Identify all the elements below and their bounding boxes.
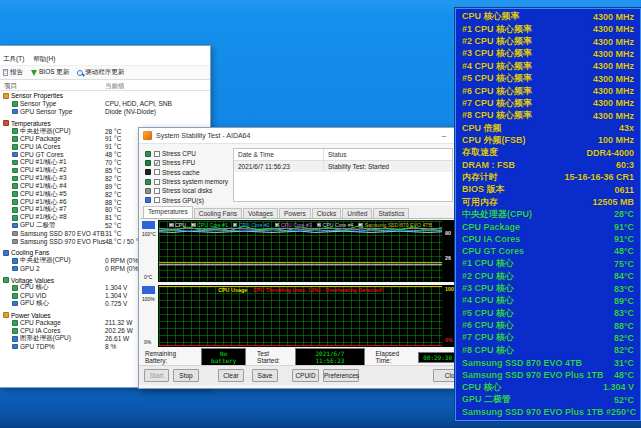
panel-value: 83°C bbox=[614, 284, 634, 294]
tab-temperatures[interactable]: Temperatures bbox=[143, 206, 193, 218]
tree-value: 91 °C bbox=[105, 135, 121, 142]
panel-label: Samsung SSD 870 EVO 4TB bbox=[462, 358, 582, 368]
checkbox[interactable] bbox=[154, 169, 160, 175]
tab-powers[interactable]: Powers bbox=[279, 208, 311, 218]
panel-row: CPU 倍频43x bbox=[462, 122, 634, 134]
panel-label: #3 CPU 核心 bbox=[462, 282, 514, 295]
panel-value: 75°C bbox=[614, 259, 634, 269]
tree-label: Power Values bbox=[11, 312, 51, 319]
legend-checkbox[interactable]: ✓ bbox=[275, 223, 280, 228]
legend-checkbox[interactable]: ✓ bbox=[191, 223, 196, 228]
tree-value: 89 °C bbox=[105, 183, 121, 190]
panel-label: #6 CPU 核心频率 bbox=[462, 85, 532, 98]
panel-label: #5 CPU 核心频率 bbox=[462, 72, 532, 85]
current-value-label: 0% bbox=[445, 337, 453, 343]
cpuid-button[interactable]: CPUID bbox=[292, 369, 319, 382]
tree-item[interactable]: Sensor TypeCPU, HDD, ACPI, SNB bbox=[0, 100, 210, 108]
tree-item[interactable]: GPU Sensor TypeDiode (NV-Diode) bbox=[0, 108, 210, 116]
title-bar[interactable]: System Stability Test - AIDA64 – ▢ bbox=[139, 128, 469, 144]
tree-value: 28 °C bbox=[105, 128, 121, 135]
stress-option[interactable]: Stress system memory bbox=[145, 177, 231, 186]
series-cpu-core-3 bbox=[159, 228, 442, 229]
status-lcd-value: 00:29:30 bbox=[418, 352, 456, 363]
panel-row: Samsung SSD 870 EVO 4TB31°C bbox=[462, 357, 634, 369]
tab-voltages[interactable]: Voltages bbox=[243, 208, 278, 218]
toolbar-button-bios-update[interactable]: BIOS 更新 bbox=[31, 68, 69, 77]
tree-value: 1.304 V bbox=[105, 292, 127, 299]
panel-label: #5 CPU 核心 bbox=[462, 307, 514, 320]
panel-row: 存取速度DDR4-4000 bbox=[462, 147, 634, 159]
toolbar-button-driver-update[interactable]: 驱动程序更新 bbox=[77, 68, 124, 77]
legend-label: CPU Core #3 bbox=[281, 222, 312, 228]
legend-item[interactable]: ✓CPU Core #4 bbox=[317, 222, 354, 228]
panel-row: #5 CPU 核心频率4300 MHz bbox=[462, 73, 634, 85]
legend-item[interactable]: ✓CPU Core #1 bbox=[191, 222, 228, 228]
checkbox[interactable] bbox=[154, 151, 160, 157]
legend-item[interactable]: ✓CPU Core #3 bbox=[275, 222, 312, 228]
panel-value: 91°C bbox=[614, 222, 634, 232]
panel-row: DRAM : FSB60:3 bbox=[462, 159, 634, 171]
stress-type-icon bbox=[145, 179, 151, 185]
panel-label: #6 CPU 核心 bbox=[462, 319, 514, 332]
usage-plot-area: CPU Usage ↓ CPU Throttling (max. 12%) - … bbox=[158, 285, 443, 347]
panel-label: CPU 核心频率 bbox=[462, 10, 520, 23]
checkbox[interactable] bbox=[154, 188, 160, 194]
toolbar-label: 驱动程序更新 bbox=[85, 68, 124, 77]
legend-checkbox[interactable]: ✓ bbox=[169, 223, 174, 228]
tab-unified[interactable]: Unified bbox=[342, 208, 372, 218]
tab-cooling-fans[interactable]: Cooling Fans bbox=[194, 208, 242, 218]
legend-item[interactable]: ✓CPU Core #2 bbox=[233, 222, 270, 228]
stress-option[interactable]: ✓Stress FPU bbox=[145, 158, 231, 167]
panel-label: #2 CPU 核心频率 bbox=[462, 35, 532, 48]
legend-checkbox[interactable]: ✓ bbox=[317, 223, 322, 228]
panel-label: #8 CPU 核心频率 bbox=[462, 109, 532, 122]
preferences-button[interactable]: Preferences bbox=[323, 369, 359, 382]
panel-row: #1 CPU 核心75°C bbox=[462, 258, 634, 270]
panel-row: CPU 核心1.304 V bbox=[462, 381, 634, 393]
log-row[interactable]: 2021/6/7 11:56:23 Stability Test: Starte… bbox=[234, 161, 452, 172]
tab-clocks[interactable]: Clocks bbox=[312, 208, 342, 218]
panel-row: BIOS 版本0611 bbox=[462, 184, 634, 196]
panel-row: CPU 核心频率4300 MHz bbox=[462, 11, 634, 23]
menu-item[interactable]: 工具(T) bbox=[3, 55, 24, 64]
temperature-chart: 100°C 0°C ✓CPU✓CPU Core #1✓CPU Core #2✓C… bbox=[141, 220, 467, 282]
tab-statistics[interactable]: Statistics bbox=[373, 208, 409, 218]
panel-value: 89°C bbox=[614, 296, 634, 306]
save-button[interactable]: Save bbox=[252, 369, 278, 382]
tree-value: 8 % bbox=[105, 343, 116, 350]
tree-value: 202.26 W bbox=[105, 327, 133, 334]
tree-section[interactable]: Sensor Properties bbox=[0, 92, 210, 100]
stop-button[interactable]: Stop bbox=[173, 369, 199, 382]
panel-row: 内存计时15-16-16-36 CR1 bbox=[462, 171, 634, 183]
item-icon bbox=[12, 109, 18, 115]
legend-item[interactable]: ✓CPU bbox=[169, 222, 186, 228]
item-icon bbox=[12, 239, 18, 245]
status-label: Remaining Battery: bbox=[145, 350, 198, 364]
tree-value: 70 °C bbox=[105, 159, 121, 166]
tree-label: CPU IA Cores bbox=[20, 143, 60, 150]
checkbox[interactable] bbox=[154, 179, 160, 185]
stress-option[interactable]: Stress cache bbox=[145, 168, 231, 177]
panel-value: 12505 MB bbox=[592, 197, 634, 207]
tree-value: 80 °C bbox=[105, 206, 121, 213]
panel-value: 88°C bbox=[614, 321, 634, 331]
legend-checkbox[interactable]: ✓ bbox=[358, 223, 363, 228]
panel-row: GPU 二极管52°C bbox=[462, 394, 634, 406]
legend-item[interactable]: ✓Samsung SSD 870 EVO 4TB bbox=[358, 222, 431, 228]
stability-test-window: System Stability Test - AIDA64 – ▢ Stres… bbox=[138, 127, 470, 389]
checkbox[interactable] bbox=[154, 197, 160, 203]
legend-checkbox[interactable]: ✓ bbox=[233, 223, 238, 228]
clear-button[interactable]: Clear bbox=[218, 369, 244, 382]
stress-label: Stress local disks bbox=[162, 187, 212, 194]
checkbox[interactable]: ✓ bbox=[154, 160, 160, 166]
status-lcd-value: No battery bbox=[201, 348, 246, 366]
item-icon bbox=[12, 136, 18, 142]
tree-label: GPU 2 bbox=[20, 265, 40, 272]
stress-option[interactable]: Stress GPU(s) bbox=[145, 195, 231, 204]
toolbar-button-report[interactable]: 报告 bbox=[3, 68, 23, 77]
start-button: Start bbox=[144, 369, 169, 382]
stress-option[interactable]: Stress CPU bbox=[145, 149, 231, 158]
minimize-button[interactable]: – bbox=[437, 129, 451, 143]
menu-item[interactable]: 帮助(H) bbox=[33, 55, 55, 64]
stress-option[interactable]: Stress local disks bbox=[145, 186, 231, 195]
